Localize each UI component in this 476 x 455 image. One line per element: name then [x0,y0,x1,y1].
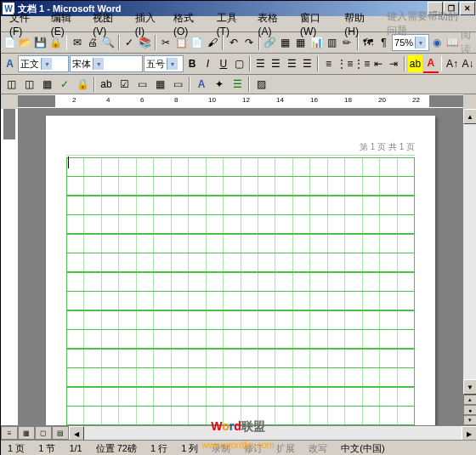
font-combo[interactable]: 宋体▼ [70,55,143,72]
tb3-field2[interactable]: ☑ [116,76,133,93]
tb3-field1[interactable]: ab [98,76,115,93]
status-ext[interactable]: 扩展 [273,442,298,455]
next-page-button[interactable]: ▾ [463,415,476,425]
tb3-field3[interactable]: ▭ [133,76,150,93]
status-rec[interactable]: 录制 [208,442,234,455]
align-center-button[interactable]: ☰ [269,55,283,72]
menu-help[interactable]: 帮助(H) [339,10,380,38]
extra-toolbar: ◫ ◫ ▦ ✓ 🔒 ab ☑ ▭ ▦ ▭ A ✦ ☰ ▨ [1,75,476,94]
print-view-button[interactable]: ▢ [35,426,52,440]
page-header: 第 1 页 共 1 页 [66,141,415,156]
prev-page-button[interactable]: ▴ [463,395,476,405]
outdent-button[interactable]: ⇤ [371,55,385,72]
tb3-2[interactable]: ◫ [20,76,37,93]
tb3-text[interactable]: ☰ [229,76,246,93]
status-bar: 1 页 1 节 1/1 位置 72磅 1 行 1 列 录制 修订 扩展 改写 中… [1,440,476,455]
size-combo[interactable]: 五号▼ [144,55,184,72]
scroll-down-button[interactable]: ▼ [463,379,476,395]
vertical-scrollbar[interactable]: ▲ ▼ ▴ ● ▾ [462,109,476,425]
horizontal-ruler[interactable]: 2 4 6 8 10 12 14 16 18 20 22 [18,94,463,109]
tb3-check[interactable]: ✓ [56,76,73,93]
styles-button[interactable]: A [3,55,17,72]
numbering-button[interactable]: ⋮≡ [337,55,353,72]
status-ovr[interactable]: 改写 [305,442,331,455]
scroll-up-button[interactable]: ▲ [463,109,476,124]
indent-button[interactable]: ⇥ [387,55,401,72]
outline-view-button[interactable]: ▤ [52,426,69,440]
tb3-field4[interactable]: ▦ [151,76,168,93]
normal-view-button[interactable]: ≡ [1,426,18,440]
align-left-button[interactable]: ☰ [253,55,268,72]
status-line: 1 行 [147,442,171,455]
tb3-3[interactable]: ▦ [38,76,55,93]
align-right-button[interactable]: ☰ [284,55,298,72]
tb3-sparkle[interactable]: ✦ [211,76,228,93]
browse-select-button[interactable]: ● [463,405,476,415]
menu-file[interactable]: 文件(F) [4,10,44,38]
tb3-lock[interactable]: 🔒 [74,76,91,93]
browse-object: ▴ ● ▾ [463,395,476,425]
document-area[interactable]: 第 1 页 共 1 页 [19,109,462,425]
format-toolbar: A 正文▼ 宋体▼ 五号▼ B I U ▢ ☰ ☰ ☰ ☰ ≡ ⋮≡ ⋮≡ ⇤ … [1,54,476,75]
border-button[interactable]: ▢ [231,55,246,72]
status-col: 1 列 [178,442,201,455]
scroll-track[interactable] [463,124,476,379]
page[interactable]: 第 1 页 共 1 页 [46,116,435,425]
menu-format[interactable]: 格式(O) [168,10,210,38]
text-cursor [68,156,69,168]
web-view-button[interactable]: ▦ [18,426,35,440]
tb3-a[interactable]: A [193,76,210,93]
menu-insert[interactable]: 插入(I) [130,10,167,38]
bullets-button[interactable]: ⋮≡ [354,55,370,72]
tb3-shade[interactable]: ▨ [252,76,269,93]
menu-table[interactable]: 表格(A) [252,10,292,38]
menu-window[interactable]: 窗口(W) [295,10,337,38]
menu-bar: 文件(F) 编辑(E) 视图(V) 插入(I) 格式(O) 工具(T) 表格(A… [1,16,476,32]
font-color-button[interactable]: A [423,54,438,73]
highlight-button[interactable]: ab [408,55,422,72]
underline-button[interactable]: U [216,55,230,72]
manuscript-grid [66,157,415,425]
menu-edit[interactable]: 编辑(E) [46,10,86,38]
menu-tools[interactable]: 工具(T) [212,10,252,38]
tb3-1[interactable]: ◫ [3,76,20,93]
style-combo[interactable]: 正文▼ [18,55,69,72]
status-position: 位置 72磅 [93,442,140,455]
grow-font-button[interactable]: A↑ [445,55,459,72]
horizontal-scrollbar-row: ≡ ▦ ▢ ▤ ◀ ▶ [1,425,476,440]
status-lang[interactable]: 中文(中国) [337,442,388,455]
work-area: 第 1 页 共 1 页 ▲ ▼ ▴ ● ▾ [1,109,476,425]
tb3-field5[interactable]: ▭ [169,76,186,93]
bold-button[interactable]: B [184,55,199,72]
help-search[interactable]: 键入需要帮助的问题 [382,9,473,39]
view-buttons: ≡ ▦ ▢ ▤ [1,426,69,440]
italic-button[interactable]: I [201,55,215,72]
justify-button[interactable]: ☰ [300,55,314,72]
status-pages: 1/1 [65,443,85,453]
status-rev[interactable]: 修订 [241,442,266,455]
line-spacing-button[interactable]: ≡ [321,55,336,72]
h-scroll-track[interactable] [84,426,462,440]
shrink-font-button[interactable]: A↓ [461,55,475,72]
app-window: W 文档 1 - Microsoft Word _ ❐ ✕ 文件(F) 编辑(E… [0,0,476,455]
vertical-ruler[interactable] [1,109,19,425]
status-section: 1 节 [35,442,59,455]
status-page: 1 页 [4,442,28,455]
menu-view[interactable]: 视图(V) [88,10,128,38]
